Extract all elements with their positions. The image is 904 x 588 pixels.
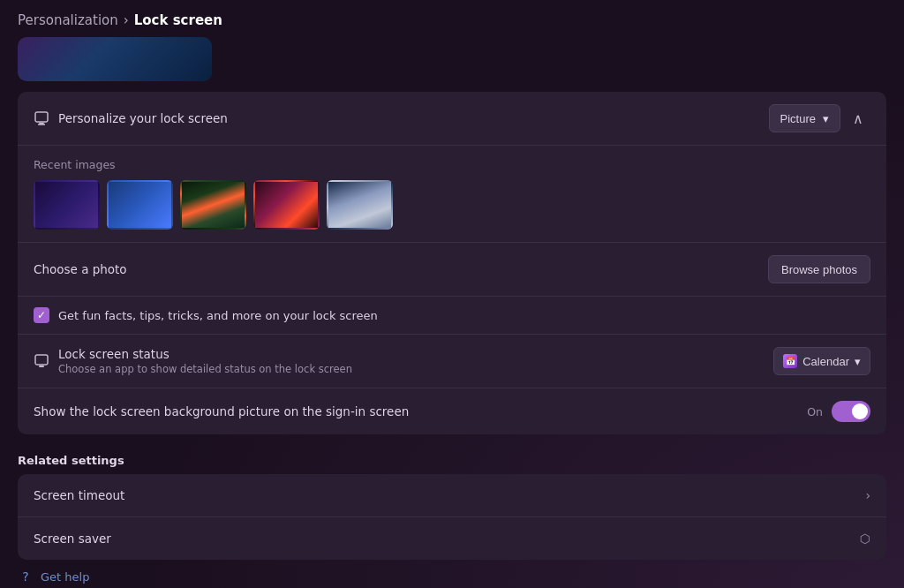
checkmark-icon: ✓ [37,309,46,321]
thumbnail-1[interactable] [34,180,100,230]
screen-saver-item[interactable]: Screen saver ⬡ [18,517,886,560]
screen-timeout-item[interactable]: Screen timeout › [18,474,886,517]
thumbnail-4[interactable] [253,180,320,230]
breadcrumb-parent[interactable]: Personalization [18,12,118,28]
recent-images-label: Recent images [34,158,870,171]
get-help-link[interactable]: ? Get help [18,569,886,584]
thumbnail-3[interactable] [180,180,246,230]
thumbnail-2[interactable] [107,180,173,230]
collapse-button[interactable]: ∧ [846,107,870,131]
signin-screen-toggle[interactable] [832,401,870,422]
fun-facts-label: Get fun facts, tips, tricks, and more on… [58,309,378,322]
toggle-knob [852,403,868,419]
related-settings-heading: Related settings [18,454,886,467]
thumbnail-5[interactable] [327,180,393,230]
footer-links: ? Get help ☺ Give feedback [18,569,886,588]
personalize-dropdown[interactable]: Picture ▾ [769,104,840,132]
browse-photos-button[interactable]: Browse photos [768,255,870,283]
svg-rect-0 [35,112,48,122]
toggle-on-label: On [807,405,823,418]
lock-status-title: Lock screen status [58,347,352,361]
breadcrumb-separator: › [124,12,129,28]
fun-facts-checkbox[interactable]: ✓ [34,307,49,323]
get-help-label: Get help [41,570,89,584]
svg-rect-4 [39,366,44,367]
related-settings-card: Screen timeout › Screen saver ⬡ [18,474,886,560]
screen-timeout-label: Screen timeout [34,488,124,502]
fun-facts-section: ✓ Get fun facts, tips, tricks, and more … [18,297,886,335]
monitor-icon [34,110,49,126]
personalize-card: Personalize your lock screen Picture ▾ ∧… [18,92,886,434]
choose-photo-label: Choose a photo [34,262,127,276]
screen-saver-label: Screen saver [34,531,111,546]
breadcrumb: Personalization › Lock screen [0,0,904,37]
lock-status-icon [34,353,49,369]
personalize-section: Personalize your lock screen Picture ▾ ∧ [18,92,886,146]
lock-screen-preview [18,37,212,81]
choose-photo-section: Choose a photo Browse photos [18,243,886,297]
lock-status-dropdown[interactable]: 📅 Calendar ▾ [773,347,870,375]
svg-rect-3 [35,355,48,365]
recent-images-section: Recent images [18,146,886,243]
images-row [34,180,870,230]
help-icon: ? [18,569,34,584]
signin-screen-label: Show the lock screen background picture … [34,404,409,418]
chevron-right-icon: › [865,488,870,502]
lock-status-subtitle: Choose an app to show detailed status on… [58,363,352,375]
signin-screen-section: Show the lock screen background picture … [18,388,886,434]
lock-status-section: Lock screen status Choose an app to show… [18,335,886,388]
calendar-icon: 📅 [783,354,797,368]
page-title: Lock screen [134,12,222,28]
personalize-label: Personalize your lock screen [58,111,228,125]
external-link-icon: ⬡ [860,531,870,546]
